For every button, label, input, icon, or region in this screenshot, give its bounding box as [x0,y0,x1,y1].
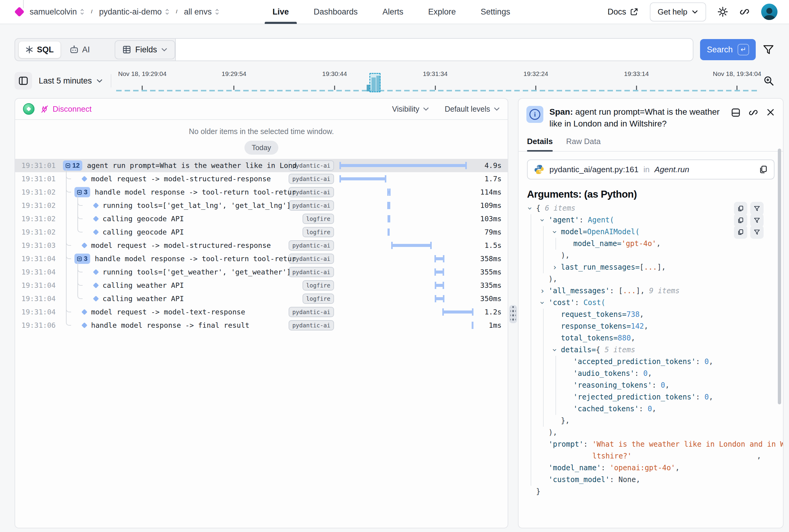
duration-bar[interactable] [387,189,390,196]
trace-row[interactable]: 19:31:04calling weather APIlogfire350ms [15,292,508,305]
code-token: , [631,334,635,342]
toggle-sidebar-button[interactable] [15,72,32,90]
time-selection-region[interactable] [369,73,381,92]
docs-link[interactable]: Docs [608,7,638,17]
sql-mode-button[interactable]: SQL [19,41,60,58]
close-panel-button[interactable] [766,108,775,117]
tab-raw-data[interactable]: Raw Data [566,137,600,151]
trace-row[interactable]: 19:31:023handle model response -> tool-r… [15,186,508,199]
code-token: ), [549,428,557,437]
trace-row[interactable]: 19:31:04model request -> model-text-resp… [15,305,508,319]
tab-details[interactable]: Details [527,137,553,151]
duration-bar[interactable] [435,255,444,262]
ai-mode-button[interactable]: AI [63,41,96,58]
copy-value-button[interactable] [734,214,747,227]
duration-bar[interactable] [340,162,467,169]
trace-row[interactable]: 19:31:02calling geocode APIlogfire103ms [15,212,508,225]
copy-value-button[interactable] [734,225,747,239]
search-button[interactable]: Search ↵ [700,39,756,60]
time-axis[interactable]: Nov 18, 19:29:0419:29:5419:30:4419:31:34… [116,68,757,94]
duration-bar[interactable] [472,322,474,329]
collapse-caret-icon[interactable]: › [536,301,548,305]
code-token: 0 [648,405,652,413]
theme-toggle-button[interactable] [718,7,728,17]
code-line: ), [527,250,774,262]
copy-link-button[interactable] [748,108,758,117]
code-token: model= [561,228,587,236]
collapse-caret-icon[interactable]: › [536,218,548,223]
expand-caret-icon[interactable]: › [553,262,557,273]
code-line: ›last_run_messages=[...], [527,262,774,273]
zoom-in-button[interactable] [763,75,774,87]
collapse-count-badge[interactable]: 3 [74,187,90,197]
copy-source-button[interactable] [759,165,768,174]
panel-resize-handle[interactable] [509,305,517,323]
span-count: 3 [84,255,88,263]
trace-row[interactable]: 19:31:01model request -> model-structure… [15,172,508,186]
trace-row[interactable]: 19:31:043handle model response -> tool-r… [15,252,508,265]
expand-caret-icon[interactable]: › [540,285,545,297]
filter-value-button[interactable] [750,214,764,227]
nav-settings[interactable]: Settings [473,0,518,24]
code-line: ), [527,427,774,438]
nav-live[interactable]: Live [265,0,297,24]
breadcrumb-env[interactable]: all envs [184,7,219,17]
fields-dropdown[interactable]: Fields [115,40,175,59]
get-help-button[interactable]: Get help [650,2,706,21]
scope-tag-chip[interactable]: logfire [303,227,334,237]
nav-dashboards[interactable]: Dashboards [306,0,366,24]
duration-bar[interactable] [435,268,444,276]
user-avatar[interactable] [761,4,777,20]
logfire-logo-icon[interactable] [14,7,24,17]
breadcrumb-workspace[interactable]: samuelcolvin [30,7,84,17]
duration-bar[interactable] [391,242,432,249]
detail-scrollbar[interactable] [778,149,781,404]
visibility-dropdown[interactable]: Visibility [392,105,429,113]
query-input[interactable] [175,39,693,60]
copy-value-button[interactable] [734,202,747,215]
trace-row[interactable]: 19:31:0112agent run prompt=What is the w… [15,159,508,172]
disconnect-button[interactable]: Disconnect [41,104,92,114]
collapse-count-badge[interactable]: 3 [74,253,90,264]
code-line: 'reasoning_tokens': 0, [527,379,774,391]
breadcrumb-project[interactable]: pydantic-ai-demo [99,7,169,17]
duration-bar[interactable] [435,282,444,289]
nav-explore[interactable]: Explore [420,0,464,24]
filter-value-button[interactable] [750,202,764,215]
collapse-caret-icon[interactable]: › [549,348,561,353]
trace-row[interactable]: 19:31:04running tools=['get_weather', 'g… [15,265,508,279]
default-levels-dropdown[interactable]: Default levels [445,105,500,113]
scope-tag-chip[interactable]: logfire [303,280,334,290]
axis-tick-mark [142,86,143,90]
code-token: 0 [704,393,709,401]
duration-bar-lane [336,279,479,292]
trace-row-time: 19:31:02 [15,188,60,196]
trace-row[interactable]: 19:31:02running tools=['get_lat_lng', 'g… [15,199,508,212]
scope-tag-chip[interactable]: logfire [303,214,334,224]
time-range-dropdown[interactable]: Last 5 minutes [39,76,103,86]
collapse-caret-icon[interactable]: › [524,206,536,211]
collapse-caret-icon[interactable]: › [549,230,561,234]
filter-button[interactable] [763,43,774,56]
trace-row[interactable]: 19:31:04calling weather APIlogfire335ms [15,279,508,292]
indent-guide [531,273,531,285]
duration-bar[interactable] [442,308,474,316]
source-location-chip[interactable]: pydantic_ai/agent.py:161 in Agent.run [527,159,774,179]
today-pill[interactable]: Today [245,141,278,155]
nav-alerts[interactable]: Alerts [374,0,411,24]
trace-row-label: calling weather API [102,294,184,303]
scope-tag-chip[interactable]: logfire [303,293,334,304]
code-token: : [696,393,705,401]
dock-panel-button[interactable] [731,108,740,117]
trace-row[interactable]: 19:31:06handle model response -> final r… [15,319,508,332]
axis-tick-label: 19:32:24 [523,70,548,77]
duration-bar[interactable] [435,295,444,302]
duration-bar[interactable] [387,202,390,209]
duration-bar[interactable] [387,215,390,223]
trace-row[interactable]: 19:31:03model request -> model-structure… [15,239,508,252]
trace-row[interactable]: 19:31:02calling geocode APIlogfire79ms [15,225,508,239]
share-link-button[interactable] [739,7,750,17]
duration-bar[interactable] [387,228,390,236]
filter-value-button[interactable] [750,225,764,239]
duration-bar[interactable] [340,175,386,183]
